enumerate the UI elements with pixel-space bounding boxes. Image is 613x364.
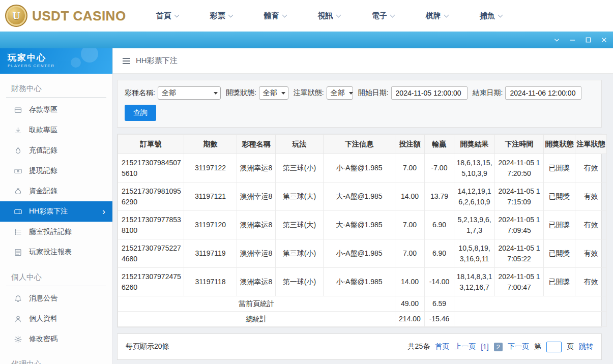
search-button[interactable]: 查詢 [125, 105, 156, 121]
draw-status-select[interactable]: 全部 [259, 86, 288, 100]
logo[interactable]: U USDT CASINO [0, 5, 126, 27]
cell-draw: 已開獎 [544, 154, 575, 183]
menu-icon[interactable] [123, 58, 130, 64]
chevron-down-icon [336, 12, 341, 17]
jump-page-input[interactable] [546, 342, 562, 352]
end-date-label: 結束日期: [473, 88, 503, 98]
total-summary-row-bet-total: 214.00 [395, 312, 425, 327]
sidebar-item-label: 廳室投註記錄 [29, 227, 72, 236]
cell-order: 2152173079724756260 [118, 268, 184, 296]
sidebar-item[interactable]: 個人資料 [0, 309, 112, 329]
cell-result: 18,6,13,15,5,10,3,9 [454, 154, 495, 183]
nav-item-label: 體育 [264, 11, 279, 21]
sidebar: 玩家中心 PLAYERS CENTER 財務中心存款專區取款專區充值記錄提現記錄… [0, 48, 113, 364]
total-summary-row-winloss-total: -15.46 [425, 312, 454, 327]
sidebar-item[interactable]: 廳室投註記錄 [0, 222, 112, 242]
nav-item-2[interactable]: 體育 [248, 0, 302, 32]
chevron-down-icon [282, 12, 287, 17]
close-icon[interactable] [600, 36, 608, 44]
sidebar-item[interactable]: 消息公告 [0, 288, 112, 309]
prev-page-link[interactable]: 上一页 [454, 342, 476, 351]
sidebar-item-label: 存款專區 [29, 105, 57, 114]
start-date-input[interactable] [391, 86, 468, 100]
nav-item-label: 首頁 [156, 11, 171, 21]
nav-item-3[interactable]: 視訊 [302, 0, 356, 32]
column-header-play: 玩法 [276, 135, 324, 154]
column-header-amount: 投注額 [395, 135, 425, 154]
draw-status-value: 全部 [263, 88, 277, 98]
cashout-icon [14, 167, 22, 175]
nav-item-6[interactable]: 捕魚 [464, 0, 518, 32]
cell-period: 31197121 [184, 183, 237, 211]
sidebar-item[interactable]: HH彩票下注› [0, 201, 112, 222]
sidebar-item[interactable]: 存款專區 [0, 100, 112, 120]
cell-status: 有效 [575, 183, 607, 211]
cell-status: 有效 [575, 268, 607, 296]
cell-time: 2024-11-05 17:20:50 [495, 154, 544, 183]
cell-info: 大-A盤@1.985 [324, 211, 395, 239]
sidebar-item[interactable]: 玩家投注報表 [0, 242, 112, 262]
sidebar-section-label-2: 代理中心 [6, 356, 106, 364]
page-summary-row: 當前頁統計49.006.59 [118, 296, 607, 312]
chevron-down-icon [174, 12, 179, 17]
cell-time: 2024-11-05 17:09:45 [495, 211, 544, 239]
sidebar-item[interactable]: 資金記錄 [0, 181, 112, 201]
chevron-down-icon[interactable] [552, 36, 561, 44]
jump-button[interactable]: 跳转 [579, 342, 593, 351]
next-page-link[interactable]: 下一页 [508, 342, 529, 351]
nav-item-4[interactable]: 電子 [356, 0, 410, 32]
nav-item-0[interactable]: 首頁 [140, 0, 194, 32]
nav-item-1[interactable]: 彩票 [194, 0, 248, 32]
cell-period: 31197119 [184, 239, 237, 268]
current-page-badge: 2 [494, 343, 503, 351]
cell-info: 小-A盤@1.985 [324, 239, 395, 268]
sidebar-section-label-0: 財務中心 [6, 80, 106, 98]
page-1-link[interactable]: [1] [481, 343, 489, 351]
nav-item-label: 彩票 [210, 11, 225, 21]
cell-play: 第三球(小) [276, 154, 324, 183]
sidebar-item[interactable]: 提現記錄 [0, 161, 112, 181]
nav-item-label: 電子 [372, 11, 387, 21]
cell-period: 31197122 [184, 154, 237, 183]
chevron-down-icon [498, 12, 503, 17]
cell-lottery: 澳洲幸运8 [237, 183, 276, 211]
bell-icon [14, 294, 22, 303]
sidebar-item[interactable]: 取款專區 [0, 120, 112, 140]
logo-icon: U [5, 5, 27, 27]
nav-item-5[interactable]: 棋牌 [410, 0, 464, 32]
cell-amount: 7.00 [395, 239, 425, 268]
order-status-select[interactable]: 全部 [327, 86, 353, 100]
column-header-result: 開獎結果 [454, 135, 495, 154]
cell-winloss: -7.00 [425, 154, 454, 183]
cell-result: 10,5,8,19,3,16,9,11 [454, 239, 495, 268]
sidebar-item[interactable]: 修改密碼 [0, 329, 112, 349]
cell-play: 第三球(小) [276, 239, 324, 268]
first-page-link[interactable]: 首页 [435, 342, 449, 351]
lottery-type-select[interactable]: 全部 [158, 86, 221, 100]
table-row: 215217307981095629031197121澳洲幸运8第三球(大)大-… [118, 183, 607, 211]
cell-order: 2152173079778538100 [118, 211, 184, 239]
cell-draw: 已開獎 [544, 268, 575, 296]
sidebar-item[interactable]: 充值記錄 [0, 140, 112, 161]
cell-info: 小-A盤@1.985 [324, 154, 395, 183]
end-date-input[interactable] [505, 86, 581, 100]
table-row: 215217307972475626031197118澳洲幸运8第一球(小)小-… [118, 268, 607, 296]
total-summary-row-label: 總統計 [118, 312, 395, 327]
cell-amount: 14.00 [395, 183, 425, 211]
cell-period: 31197120 [184, 211, 237, 239]
total-count-label: 共25条 [408, 342, 430, 351]
sidebar-item-label: 個人資料 [29, 314, 57, 323]
sidebar-item-label: 取款專區 [29, 126, 57, 135]
dropdown-arrow-icon [281, 92, 285, 95]
chevron-down-icon [390, 12, 395, 17]
column-header-draw: 開獎狀態 [544, 135, 575, 154]
cell-play: 第一球(小) [276, 268, 324, 296]
cell-amount: 7.00 [395, 154, 425, 183]
minimize-icon[interactable] [568, 36, 576, 44]
column-header-order: 訂單號 [118, 135, 184, 154]
recharge-icon [14, 146, 22, 155]
maximize-icon[interactable] [584, 36, 592, 44]
cell-info: 大-A盤@1.985 [324, 183, 395, 211]
cell-lottery: 澳洲幸运8 [237, 239, 276, 268]
cell-time: 2024-11-05 17:05:22 [495, 239, 544, 268]
